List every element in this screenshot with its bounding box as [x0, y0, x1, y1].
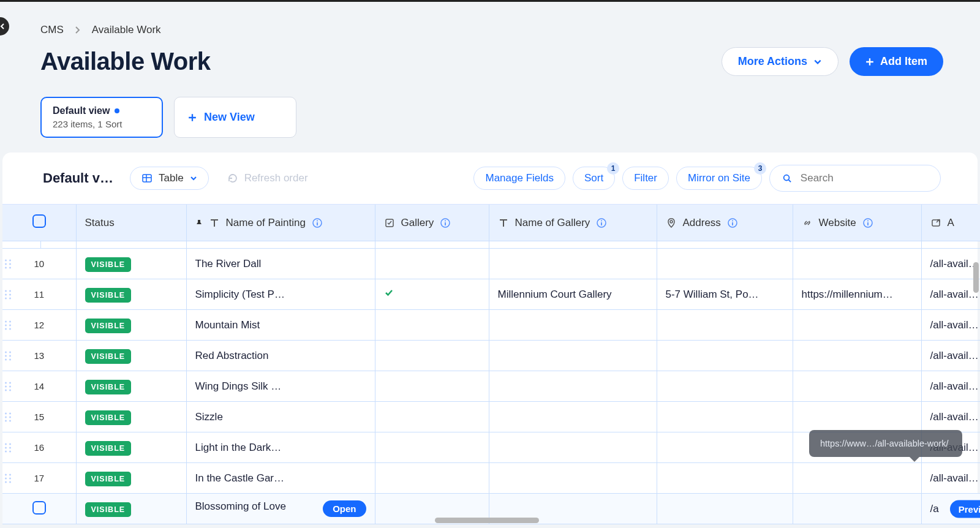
table-row[interactable]: 17VISIBLEIn the Castle Gar…/all-avail…/	[2, 463, 980, 494]
filter-button[interactable]: Filter	[622, 167, 669, 190]
row-handle[interactable]: 15	[2, 402, 76, 432]
table-row[interactable]: 10VISIBLEThe River Dall/all-avail…/	[2, 249, 980, 279]
cell-gallery-name[interactable]: Millennium Court Gallery	[489, 279, 657, 310]
cell-gallery[interactable]	[375, 402, 489, 432]
col-status[interactable]: Status	[76, 205, 186, 241]
cell-address[interactable]	[657, 341, 793, 371]
row-handle[interactable]: 11	[2, 279, 76, 310]
cell-name[interactable]: Simplicity (Test P…	[186, 279, 375, 310]
more-actions-button[interactable]: More Actions	[722, 47, 839, 76]
status-badge: VISIBLE	[85, 380, 132, 394]
refresh-order-button: Refresh order	[216, 167, 319, 189]
add-item-button[interactable]: Add Item	[850, 47, 943, 76]
cell-name[interactable]: Light in the Dark…	[186, 432, 375, 463]
cell-link[interactable]: /all-avail…	[921, 402, 980, 432]
horizontal-scrollbar[interactable]	[190, 518, 790, 523]
table-row[interactable]: 12VISIBLEMountain Mist/all-avail…/	[2, 310, 980, 341]
cell-address[interactable]	[657, 402, 793, 432]
cell-link[interactable]: /aPreview	[921, 494, 980, 524]
cell-link[interactable]: /all-avail…	[921, 371, 980, 402]
cell-website[interactable]: https://millennium…	[793, 279, 921, 310]
table-mode-selector[interactable]: Table	[130, 167, 209, 190]
cell-address[interactable]	[657, 310, 793, 341]
row-handle[interactable]: 17	[2, 463, 76, 494]
table-row[interactable]: 11VISIBLESimplicity (Test P…Millennium C…	[2, 279, 980, 310]
cell-gallery-name[interactable]	[489, 341, 657, 371]
cell-link[interactable]: /all-avail…	[921, 463, 980, 494]
view-card-subtitle: 223 items, 1 Sort	[53, 119, 151, 129]
cell-link[interactable]: /all-avail…	[921, 279, 980, 310]
cell-gallery-name[interactable]	[489, 463, 657, 494]
cell-name[interactable]: In the Castle Gar…	[186, 463, 375, 494]
row-checkbox[interactable]	[32, 501, 46, 515]
manage-fields-button[interactable]: Manage Fields	[473, 167, 565, 190]
cell-name[interactable]: Red Abstraction	[186, 341, 375, 371]
cell-gallery[interactable]	[375, 463, 489, 494]
cell-gallery[interactable]	[375, 279, 489, 310]
table-row[interactable]: 14VISIBLEWing Dings Silk …/all-avail…/	[2, 371, 980, 402]
vertical-scrollbar[interactable]	[973, 262, 979, 293]
new-view-button[interactable]: New View	[174, 97, 296, 138]
sort-button[interactable]: Sort 1	[573, 167, 615, 190]
cell-gallery[interactable]	[375, 249, 489, 279]
table-row[interactable]: 13VISIBLERed Abstraction/all-avail…/	[2, 341, 980, 371]
breadcrumb-root[interactable]: CMS	[40, 24, 64, 36]
cell-website[interactable]	[793, 310, 921, 341]
preview-button[interactable]: Preview	[950, 500, 980, 518]
cell-website[interactable]	[793, 249, 921, 279]
row-handle[interactable]: 10	[2, 249, 76, 279]
cell-gallery-name[interactable]	[489, 371, 657, 402]
cell-address[interactable]	[657, 371, 793, 402]
select-all-checkbox[interactable]	[32, 214, 46, 228]
table-row[interactable]: 15VISIBLESizzle/all-avail…/	[2, 402, 980, 432]
cell-address[interactable]	[657, 432, 793, 463]
location-icon	[666, 217, 677, 228]
cell-website[interactable]	[793, 463, 921, 494]
svg-point-21	[867, 220, 869, 221]
status-badge: VISIBLE	[85, 472, 132, 486]
col-link[interactable]: A	[921, 205, 980, 241]
cell-name[interactable]: Mountain Mist	[186, 310, 375, 341]
cell-address[interactable]	[657, 463, 793, 494]
cell-link[interactable]: /all-avail…	[921, 341, 980, 371]
mirror-on-site-button[interactable]: Mirror on Site 3	[676, 167, 762, 190]
search-input-wrap[interactable]	[769, 165, 941, 192]
cell-website[interactable]	[793, 341, 921, 371]
cell-address[interactable]: 5-7 William St, Po…	[657, 279, 793, 310]
scroll-thumb[interactable]	[435, 518, 539, 523]
cell-link[interactable]: /all-avail…	[921, 249, 980, 279]
cell-name[interactable]: Wing Dings Silk …	[186, 371, 375, 402]
cell-address[interactable]	[657, 249, 793, 279]
cell-gallery-name[interactable]	[489, 249, 657, 279]
col-name[interactable]: Name of Painting	[186, 205, 375, 241]
cell-gallery[interactable]	[375, 432, 489, 463]
row-handle[interactable]: 16	[2, 432, 76, 463]
row-handle[interactable]	[2, 494, 76, 524]
cell-name[interactable]: The River Dall	[186, 249, 375, 279]
cell-gallery-name[interactable]	[489, 310, 657, 341]
open-button[interactable]: Open	[323, 500, 366, 517]
new-view-label: New View	[204, 111, 255, 124]
cell-link[interactable]: /all-avail…	[921, 310, 980, 341]
col-gallery-name[interactable]: Name of Gallery	[489, 205, 657, 241]
cell-gallery[interactable]	[375, 310, 489, 341]
col-address[interactable]: Address	[657, 205, 793, 241]
cell-website[interactable]	[793, 494, 921, 524]
cell-gallery-name[interactable]	[489, 432, 657, 463]
search-input[interactable]	[799, 172, 928, 185]
add-item-label: Add Item	[880, 55, 927, 68]
col-gallery[interactable]: Gallery	[375, 205, 489, 241]
row-handle[interactable]: 13	[2, 341, 76, 371]
cell-website[interactable]	[793, 402, 921, 432]
cell-website[interactable]	[793, 371, 921, 402]
cell-name[interactable]: Sizzle	[186, 402, 375, 432]
cell-gallery[interactable]	[375, 341, 489, 371]
row-handle[interactable]: 14	[2, 371, 76, 402]
cell-gallery[interactable]	[375, 371, 489, 402]
row-handle[interactable]: 12	[2, 310, 76, 341]
row-number: 10	[34, 258, 44, 269]
chevron-down-icon	[190, 175, 197, 182]
col-website[interactable]: Website	[793, 205, 921, 241]
view-card-default[interactable]: Default view 223 items, 1 Sort	[40, 97, 163, 138]
cell-gallery-name[interactable]	[489, 402, 657, 432]
